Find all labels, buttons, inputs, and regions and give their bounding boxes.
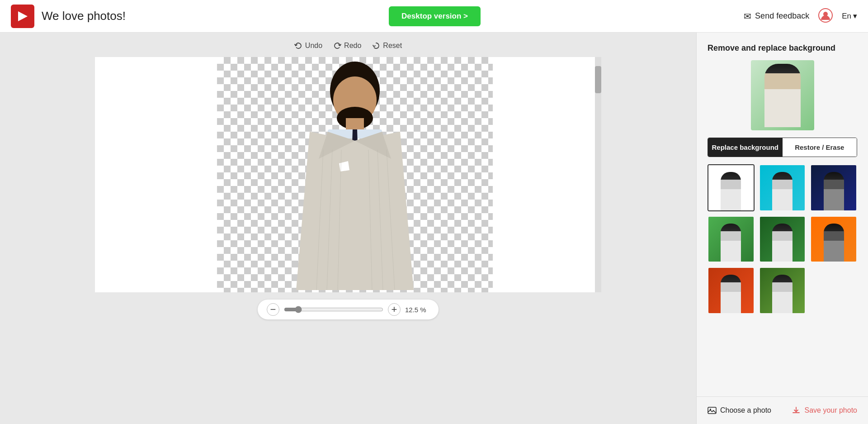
tab-restore-erase[interactable]: Restore / Erase xyxy=(783,138,857,157)
undo-icon xyxy=(294,42,302,50)
user-account-button[interactable] xyxy=(818,8,833,24)
reset-button[interactable]: Reset xyxy=(372,42,402,50)
save-photo-button[interactable]: Save your photo xyxy=(792,406,857,415)
bg-fire-preview xyxy=(811,217,856,262)
undo-label: Undo xyxy=(305,42,322,50)
redo-label: Redo xyxy=(344,42,361,50)
reset-icon xyxy=(372,42,380,50)
download-icon xyxy=(792,406,801,415)
bg-teal-preview xyxy=(760,165,805,210)
svg-rect-16 xyxy=(708,407,716,414)
canvas-right-margin xyxy=(493,57,595,292)
bg-white-preview xyxy=(708,165,754,210)
bg-option-navy[interactable] xyxy=(810,164,857,211)
save-photo-label: Save your photo xyxy=(804,406,857,414)
preview-image-area xyxy=(697,60,868,138)
bg-outdoor-preview xyxy=(708,217,754,262)
thumb-person-teal xyxy=(772,172,793,210)
choose-photo-button[interactable]: Choose a photo xyxy=(708,406,771,415)
send-feedback-label: Send feedback xyxy=(755,11,809,21)
logo xyxy=(11,5,34,28)
bg-leaves-preview xyxy=(760,217,805,262)
bg-option-white[interactable] xyxy=(708,164,755,211)
panel-tabs: Replace background Restore / Erase xyxy=(708,138,857,157)
undo-button[interactable]: Undo xyxy=(294,42,322,50)
choose-photo-label: Choose a photo xyxy=(720,406,771,414)
canvas-area: Undo Redo Reset xyxy=(0,33,696,424)
bg-option-leaves[interactable] xyxy=(759,216,806,263)
canvas-inner xyxy=(95,57,601,292)
thumb-person-brick xyxy=(721,275,741,313)
logo-icon xyxy=(16,10,29,23)
mail-icon: ✉ xyxy=(744,11,751,22)
zoom-slider[interactable] xyxy=(284,306,383,313)
zoom-out-button[interactable]: − xyxy=(267,303,279,316)
zoom-in-button[interactable]: + xyxy=(388,303,401,316)
zoom-percentage: 12.5 % xyxy=(405,306,429,314)
user-icon xyxy=(818,8,833,23)
panel-title: Remove and replace background xyxy=(697,33,868,60)
bg-brick-preview xyxy=(708,268,754,313)
thumb-person-navy xyxy=(824,172,844,210)
image-icon xyxy=(708,406,717,415)
thumb-person-outdoor xyxy=(721,224,741,262)
tab-replace-background[interactable]: Replace background xyxy=(708,138,783,157)
app-title: We love photos! xyxy=(42,9,126,23)
redo-button[interactable]: Redo xyxy=(333,42,361,50)
header-center: Desktop version > xyxy=(126,6,744,26)
zoom-bar: − + 12.5 % xyxy=(258,300,439,319)
preview-person-silhouette xyxy=(764,64,801,127)
bg-option-park[interactable] xyxy=(759,267,806,314)
canvas-scrollbar-thumb[interactable] xyxy=(595,66,601,93)
bg-navy-preview xyxy=(811,165,856,210)
svg-marker-0 xyxy=(18,11,28,21)
desktop-version-button[interactable]: Desktop version > xyxy=(389,6,481,26)
reset-label: Reset xyxy=(383,42,402,50)
person-silhouette xyxy=(283,59,427,290)
thumb-person-fire xyxy=(824,224,844,262)
bg-option-teal[interactable] xyxy=(759,164,806,211)
person-cutout xyxy=(217,57,493,292)
right-panel: Remove and replace background Replace ba… xyxy=(696,33,868,424)
thumb-person-leaves xyxy=(772,224,793,262)
thumb-person-white xyxy=(721,172,741,210)
main-layout: Undo Redo Reset xyxy=(0,33,868,424)
chevron-down-icon: ▾ xyxy=(853,11,857,21)
bg-option-outdoor[interactable] xyxy=(708,216,755,263)
bg-option-fire[interactable] xyxy=(810,216,857,263)
send-feedback-button[interactable]: ✉ Send feedback xyxy=(744,11,809,22)
bg-option-brick[interactable] xyxy=(708,267,755,314)
header: We love photos! Desktop version > ✉ Send… xyxy=(0,0,868,33)
thumb-person-park xyxy=(772,275,793,313)
preview-thumbnail xyxy=(751,60,814,130)
canvas-left-margin xyxy=(95,57,217,292)
lang-label: En xyxy=(842,12,851,21)
background-grid xyxy=(697,164,868,314)
toolbar: Undo Redo Reset xyxy=(294,42,402,50)
canvas-scrollbar[interactable] xyxy=(595,57,601,292)
panel-bottom: Choose a photo Save your photo xyxy=(697,396,868,424)
language-selector[interactable]: En ▾ xyxy=(842,11,857,21)
canvas-container xyxy=(95,57,601,292)
header-right: ✉ Send feedback En ▾ xyxy=(744,8,857,24)
bg-park-preview xyxy=(760,268,805,313)
redo-icon xyxy=(333,42,341,50)
